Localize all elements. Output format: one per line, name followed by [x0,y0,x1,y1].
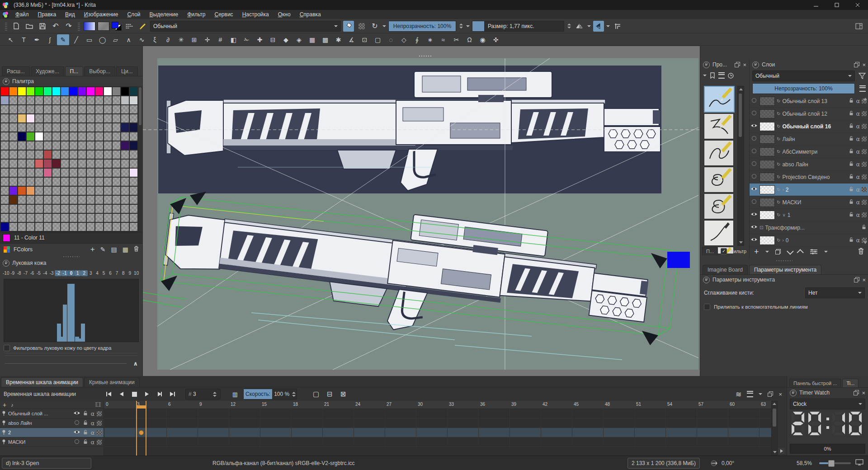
palette-cell[interactable] [52,123,61,132]
layer-alpha-lock-icon[interactable]: α [856,212,860,218]
preserve-alpha-toggle[interactable] [356,21,367,32]
palette-cell[interactable] [69,222,78,231]
close-docker-icon[interactable]: × [743,62,746,68]
palette-cell[interactable] [9,141,18,150]
palette-cell[interactable] [26,195,35,204]
palette-cell[interactable] [121,177,129,186]
palette-cell[interactable] [61,150,69,159]
palette-cell[interactable] [129,105,138,114]
palette-cell[interactable] [61,213,69,222]
palette-cell[interactable] [9,150,18,159]
presets-scrollbar[interactable] [737,86,744,246]
palette-cell[interactable] [35,186,43,195]
tool-multibrush[interactable]: ✳ [175,34,187,45]
palette-cell[interactable] [112,186,121,195]
tool-bezier-curve[interactable]: ∿ [136,34,148,45]
menu-item-Изображение[interactable]: Изображение [80,10,123,19]
palette-cell[interactable] [129,159,138,168]
palette-cell[interactable] [104,150,112,159]
palette-cell[interactable] [18,186,26,195]
palette-cell[interactable] [18,105,26,114]
onion-frame-2[interactable]: 2 [81,270,87,276]
palette-cell[interactable] [35,213,43,222]
palette-cell[interactable] [26,213,35,222]
menu-item-Файл[interactable]: Файл [11,10,33,19]
onion-frame--4[interactable]: -4 [42,270,48,276]
layer-row-2[interactable]: ↻›2α [750,183,868,196]
opacity-spinner[interactable] [458,24,464,28]
layer-properties-button[interactable] [810,249,818,254]
fg-bg-colors[interactable] [112,22,122,31]
snap-settings-button[interactable] [612,21,623,32]
tool-ellipse-select[interactable]: ◌ [385,34,397,45]
palette-cell[interactable] [18,213,26,222]
tool-edit-shapes[interactable]: ✒ [31,34,43,45]
maximize-button[interactable] [826,0,847,10]
layer-inherit-alpha-icon[interactable] [862,149,867,154]
layer-lock-icon[interactable] [849,199,854,206]
palette-cell[interactable] [61,132,69,141]
palette-cell[interactable] [18,159,26,168]
layer-visibility-icon[interactable] [750,148,758,155]
layer-row-Обычный слой 12[interactable]: ↻Обычный слой 12α [750,108,868,120]
palette-cell[interactable] [9,222,18,231]
add-layer-dropdown[interactable] [765,251,769,253]
palette-cell[interactable] [104,105,112,114]
palette-cell[interactable] [26,186,35,195]
onion-frame-5[interactable]: 5 [100,270,107,276]
palette-cell[interactable] [0,168,9,177]
tool-enclose-fill[interactable]: ◈ [293,34,305,45]
toolbar-grip[interactable] [5,22,7,31]
preset-dropdown-icon[interactable] [703,75,707,76]
canvas-viewport[interactable] [143,46,700,376]
layer-opacity-slider[interactable]: Непрозрачность: 100% [752,83,855,94]
move-layer-down-button[interactable] [787,248,794,255]
layer-visibility-icon[interactable] [750,199,758,206]
tool-crop[interactable]: # [214,34,226,45]
palette-cell[interactable] [78,114,86,123]
palette-cell[interactable] [104,123,112,132]
palette-cell[interactable] [112,177,121,186]
tool-line[interactable]: ╱ [70,34,82,45]
onion-frame-9[interactable]: 9 [127,270,133,276]
lock-icon[interactable] [703,277,710,283]
palette-cell[interactable] [18,87,26,96]
palette-cell[interactable] [35,87,43,96]
palette-cell[interactable] [18,150,26,159]
palette-cell[interactable] [61,195,69,204]
onion-frame-8[interactable]: 8 [120,270,127,276]
palette-cell[interactable] [121,195,129,204]
layer-alpha-lock-icon[interactable]: α [856,98,860,104]
palette-cell[interactable] [112,159,121,168]
layer-inherit-alpha-icon[interactable] [97,421,102,426]
palette-cell[interactable] [18,114,26,123]
layer-visibility-icon[interactable] [750,186,758,193]
brush-preset-icon[interactable] [137,21,148,32]
preset-filter-checkbox[interactable]: ✓ [721,248,727,254]
float-docker-icon[interactable] [854,277,859,282]
layer-alpha-lock-icon[interactable]: α [90,439,94,446]
layer-lock-icon[interactable] [83,420,88,426]
float-docker-icon[interactable] [735,62,740,67]
palette-cell[interactable] [86,195,95,204]
docker-resize-handle[interactable] [700,259,868,262]
palette-cell[interactable] [9,204,18,213]
tool-gradient[interactable]: ◧ [227,34,240,45]
lock-icon[interactable] [703,61,710,68]
palette-cell[interactable] [69,186,78,195]
timeline-layer-МАСКИ[interactable]: МАСКИα [0,437,104,447]
palette-cell[interactable] [26,96,35,105]
palette-cell[interactable] [9,87,18,96]
palette-cell[interactable] [112,195,121,204]
palette-cell[interactable] [112,141,121,150]
brush-preset-1[interactable] [704,86,735,113]
snap-assistants-checkbox[interactable] [704,304,710,310]
palette-cell[interactable] [69,195,78,204]
palette-cell[interactable] [0,195,9,204]
tool-assistants[interactable]: ✱ [332,34,344,45]
palette-cell[interactable] [129,96,138,105]
palette-cell[interactable] [129,114,138,123]
timeline-frames-row-МАСКИ[interactable] [104,437,771,447]
layer-expander-icon[interactable]: ∨ [782,212,785,217]
close-docker-icon[interactable]: × [862,390,865,396]
